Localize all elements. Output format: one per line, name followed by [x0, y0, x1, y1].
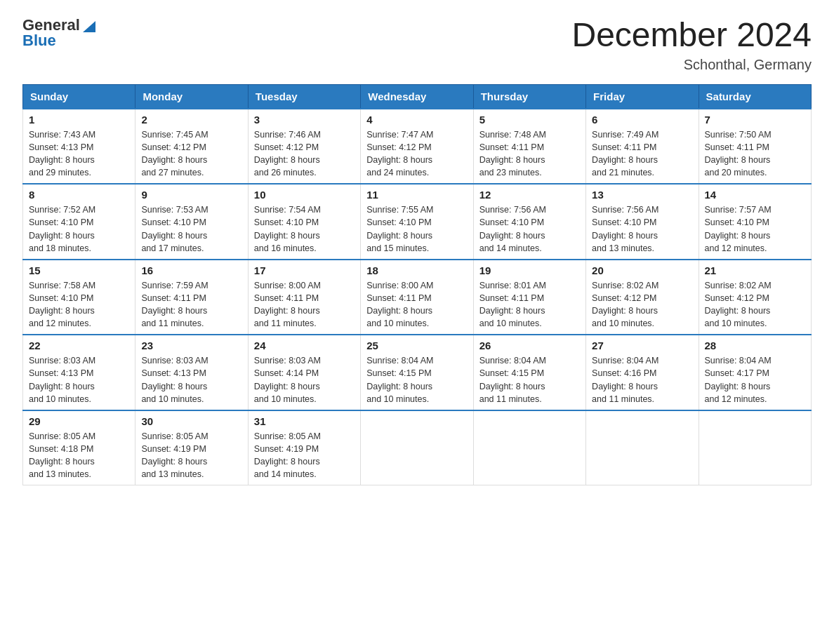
- day-number: 7: [705, 114, 805, 126]
- day-of-week-header: Saturday: [699, 84, 811, 109]
- day-info: Sunrise: 8:04 AMSunset: 4:16 PMDaylight:…: [592, 354, 692, 405]
- day-info: Sunrise: 8:04 AMSunset: 4:17 PMDaylight:…: [705, 354, 805, 405]
- day-info: Sunrise: 8:03 AMSunset: 4:13 PMDaylight:…: [141, 354, 241, 405]
- day-number: 12: [479, 189, 580, 201]
- day-info: Sunrise: 7:56 AMSunset: 4:10 PMDaylight:…: [592, 203, 692, 255]
- day-number: 19: [479, 264, 580, 276]
- calendar-cell: 26Sunrise: 8:04 AMSunset: 4:15 PMDayligh…: [473, 335, 585, 410]
- page-header: General Blue December 2024 Schonthal, Ge…: [22, 17, 812, 73]
- day-info: Sunrise: 7:43 AMSunset: 4:13 PMDaylight:…: [29, 128, 129, 180]
- title-area: December 2024 Schonthal, Germany: [571, 17, 812, 73]
- calendar-cell: 29Sunrise: 8:05 AMSunset: 4:18 PMDayligh…: [23, 410, 135, 485]
- day-info: Sunrise: 7:55 AMSunset: 4:10 PMDaylight:…: [366, 203, 467, 255]
- day-info: Sunrise: 7:56 AMSunset: 4:10 PMDaylight:…: [479, 203, 580, 255]
- day-info: Sunrise: 8:05 AMSunset: 4:18 PMDaylight:…: [29, 430, 129, 481]
- day-number: 13: [592, 189, 692, 201]
- calendar-cell: 13Sunrise: 7:56 AMSunset: 4:10 PMDayligh…: [586, 184, 699, 260]
- calendar-week-row: 15Sunrise: 7:58 AMSunset: 4:10 PMDayligh…: [23, 260, 812, 335]
- day-number: 4: [366, 114, 467, 126]
- day-info: Sunrise: 7:58 AMSunset: 4:10 PMDaylight:…: [29, 279, 129, 330]
- day-info: Sunrise: 7:59 AMSunset: 4:11 PMDaylight:…: [141, 279, 241, 330]
- day-info: Sunrise: 7:46 AMSunset: 4:12 PMDaylight:…: [254, 128, 355, 180]
- day-number: 31: [254, 415, 355, 427]
- calendar-cell: [473, 410, 585, 485]
- calendar-cell: 3Sunrise: 7:46 AMSunset: 4:12 PMDaylight…: [248, 109, 360, 185]
- day-of-week-header: Sunday: [23, 84, 135, 109]
- day-info: Sunrise: 8:03 AMSunset: 4:14 PMDaylight:…: [254, 354, 355, 405]
- day-info: Sunrise: 8:05 AMSunset: 4:19 PMDaylight:…: [254, 430, 355, 481]
- calendar-cell: 30Sunrise: 8:05 AMSunset: 4:19 PMDayligh…: [135, 410, 248, 485]
- calendar-cell: 8Sunrise: 7:52 AMSunset: 4:10 PMDaylight…: [23, 184, 135, 260]
- calendar-cell: 16Sunrise: 7:59 AMSunset: 4:11 PMDayligh…: [135, 260, 248, 335]
- calendar-cell: 18Sunrise: 8:00 AMSunset: 4:11 PMDayligh…: [361, 260, 473, 335]
- calendar-cell: 5Sunrise: 7:48 AMSunset: 4:11 PMDaylight…: [473, 109, 585, 185]
- day-info: Sunrise: 7:52 AMSunset: 4:10 PMDaylight:…: [29, 203, 129, 255]
- calendar-cell: 24Sunrise: 8:03 AMSunset: 4:14 PMDayligh…: [248, 335, 360, 410]
- calendar-cell: 31Sunrise: 8:05 AMSunset: 4:19 PMDayligh…: [248, 410, 360, 485]
- day-number: 22: [29, 340, 129, 351]
- calendar-cell: 7Sunrise: 7:50 AMSunset: 4:11 PMDaylight…: [699, 109, 811, 185]
- day-number: 3: [254, 114, 355, 126]
- day-info: Sunrise: 7:50 AMSunset: 4:11 PMDaylight:…: [705, 128, 805, 180]
- day-number: 11: [366, 189, 467, 201]
- logo: General Blue: [22, 17, 97, 49]
- day-info: Sunrise: 7:54 AMSunset: 4:10 PMDaylight:…: [254, 203, 355, 255]
- day-of-week-header: Wednesday: [361, 84, 473, 109]
- calendar-cell: 12Sunrise: 7:56 AMSunset: 4:10 PMDayligh…: [473, 184, 585, 260]
- calendar-cell: 11Sunrise: 7:55 AMSunset: 4:10 PMDayligh…: [361, 184, 473, 260]
- calendar-cell: 15Sunrise: 7:58 AMSunset: 4:10 PMDayligh…: [23, 260, 135, 335]
- day-info: Sunrise: 7:53 AMSunset: 4:10 PMDaylight:…: [141, 203, 241, 255]
- day-info: Sunrise: 8:00 AMSunset: 4:11 PMDaylight:…: [254, 279, 355, 330]
- calendar-cell: 28Sunrise: 8:04 AMSunset: 4:17 PMDayligh…: [699, 335, 811, 410]
- calendar-cell: 1Sunrise: 7:43 AMSunset: 4:13 PMDaylight…: [23, 109, 135, 185]
- calendar-cell: 6Sunrise: 7:49 AMSunset: 4:11 PMDaylight…: [586, 109, 699, 185]
- day-number: 24: [254, 340, 355, 351]
- location-label: Schonthal, Germany: [571, 57, 812, 73]
- calendar-cell: 19Sunrise: 8:01 AMSunset: 4:11 PMDayligh…: [473, 260, 585, 335]
- day-number: 10: [254, 189, 355, 201]
- day-number: 20: [592, 264, 692, 276]
- calendar-cell: 27Sunrise: 8:04 AMSunset: 4:16 PMDayligh…: [586, 335, 699, 410]
- calendar-cell: 14Sunrise: 7:57 AMSunset: 4:10 PMDayligh…: [699, 184, 811, 260]
- calendar-cell: 4Sunrise: 7:47 AMSunset: 4:12 PMDaylight…: [361, 109, 473, 185]
- svg-marker-0: [83, 21, 95, 32]
- day-number: 9: [141, 189, 241, 201]
- day-info: Sunrise: 8:02 AMSunset: 4:12 PMDaylight:…: [592, 279, 692, 330]
- day-number: 6: [592, 114, 692, 126]
- day-info: Sunrise: 8:00 AMSunset: 4:11 PMDaylight:…: [366, 279, 467, 330]
- calendar-table: SundayMondayTuesdayWednesdayThursdayFrid…: [22, 84, 812, 486]
- day-info: Sunrise: 8:04 AMSunset: 4:15 PMDaylight:…: [366, 354, 467, 405]
- day-info: Sunrise: 7:48 AMSunset: 4:11 PMDaylight:…: [479, 128, 580, 180]
- day-number: 28: [705, 340, 805, 351]
- day-number: 25: [366, 340, 467, 351]
- calendar-header-row: SundayMondayTuesdayWednesdayThursdayFrid…: [23, 84, 812, 109]
- day-info: Sunrise: 7:45 AMSunset: 4:12 PMDaylight:…: [141, 128, 241, 180]
- calendar-cell: 23Sunrise: 8:03 AMSunset: 4:13 PMDayligh…: [135, 335, 248, 410]
- calendar-cell: 21Sunrise: 8:02 AMSunset: 4:12 PMDayligh…: [699, 260, 811, 335]
- logo-blue-text: Blue: [22, 32, 97, 49]
- day-of-week-header: Tuesday: [248, 84, 360, 109]
- calendar-cell: 9Sunrise: 7:53 AMSunset: 4:10 PMDaylight…: [135, 184, 248, 260]
- calendar-week-row: 22Sunrise: 8:03 AMSunset: 4:13 PMDayligh…: [23, 335, 812, 410]
- calendar-week-row: 1Sunrise: 7:43 AMSunset: 4:13 PMDaylight…: [23, 109, 812, 185]
- day-number: 15: [29, 264, 129, 276]
- day-number: 30: [141, 415, 241, 427]
- day-info: Sunrise: 7:57 AMSunset: 4:10 PMDaylight:…: [705, 203, 805, 255]
- day-info: Sunrise: 8:01 AMSunset: 4:11 PMDaylight:…: [479, 279, 580, 330]
- logo-triangle-icon: [81, 18, 97, 34]
- day-number: 16: [141, 264, 241, 276]
- day-number: 2: [141, 114, 241, 126]
- day-of-week-header: Friday: [586, 84, 699, 109]
- day-info: Sunrise: 7:47 AMSunset: 4:12 PMDaylight:…: [366, 128, 467, 180]
- day-number: 1: [29, 114, 129, 126]
- calendar-cell: 22Sunrise: 8:03 AMSunset: 4:13 PMDayligh…: [23, 335, 135, 410]
- calendar-cell: [361, 410, 473, 485]
- day-number: 23: [141, 340, 241, 351]
- day-number: 14: [705, 189, 805, 201]
- day-of-week-header: Monday: [135, 84, 248, 109]
- month-title: December 2024: [571, 17, 812, 54]
- calendar-cell: 25Sunrise: 8:04 AMSunset: 4:15 PMDayligh…: [361, 335, 473, 410]
- calendar-week-row: 29Sunrise: 8:05 AMSunset: 4:18 PMDayligh…: [23, 410, 812, 485]
- day-number: 5: [479, 114, 580, 126]
- day-number: 27: [592, 340, 692, 351]
